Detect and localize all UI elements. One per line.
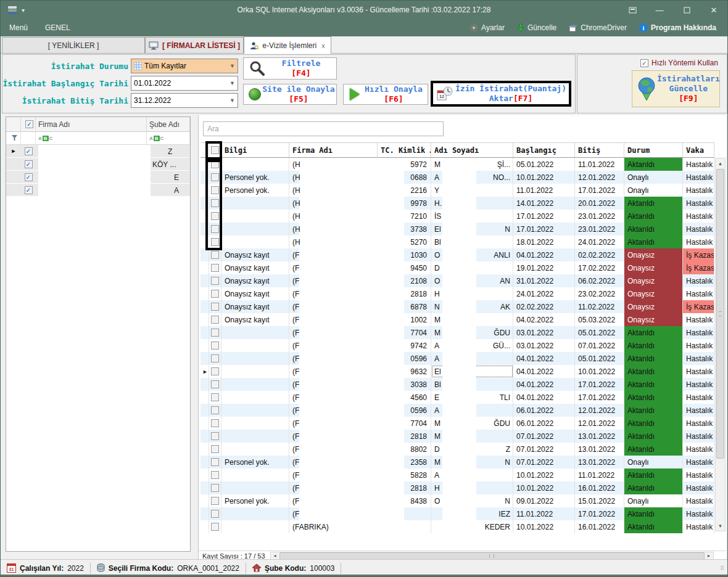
bitis-cell[interactable]: 20.01.2022 bbox=[575, 197, 624, 210]
bilgi-cell[interactable] bbox=[221, 417, 289, 430]
bitis-cell[interactable]: 05.01.2022 bbox=[575, 352, 624, 365]
bilgi-cell[interactable]: Onaysız kayıt bbox=[221, 300, 289, 313]
vaka-cell[interactable]: Hastalık bbox=[683, 520, 714, 533]
baslangic-cell[interactable]: 04.01.2022 bbox=[513, 352, 575, 365]
tab-close-icon[interactable]: x bbox=[321, 42, 325, 49]
bitis-cell[interactable]: 13.01.2022 bbox=[575, 456, 624, 469]
menu-chromedriver[interactable]: ChromeDriver bbox=[564, 23, 632, 32]
baslangic-cell[interactable]: 18.01.2022 bbox=[513, 235, 575, 248]
vertical-scrollbar-thumb[interactable] bbox=[716, 169, 724, 459]
row-checkbox[interactable] bbox=[211, 367, 219, 375]
baslangic-cell[interactable]: 10.01.2022 bbox=[513, 469, 575, 481]
durum-cell[interactable]: Onaysız bbox=[624, 274, 683, 287]
vaka-cell[interactable]: Hastalık bbox=[683, 235, 714, 248]
app-icon[interactable] bbox=[7, 5, 19, 15]
baslangic-cell[interactable]: 10.01.2022 bbox=[513, 520, 575, 533]
row-checkbox[interactable] bbox=[211, 329, 219, 337]
maximize-button[interactable] bbox=[673, 1, 700, 19]
bilgi-cell[interactable] bbox=[221, 365, 289, 378]
hizli-yontemi-kullan-checkbox[interactable]: ✓ Hızlı Yöntemi Kullan bbox=[640, 59, 718, 67]
bilgi-cell[interactable] bbox=[221, 158, 289, 171]
baslangic-cell[interactable]: 07.01.2022 bbox=[513, 430, 575, 443]
row-checkbox[interactable] bbox=[211, 432, 219, 440]
bitis-cell[interactable]: 23.01.2022 bbox=[575, 223, 624, 235]
baslangic-cell[interactable]: 04.02.2022 bbox=[513, 313, 575, 326]
vaka-cell[interactable]: Hastalık bbox=[683, 326, 714, 339]
bilgi-cell[interactable] bbox=[221, 326, 289, 339]
row-checkbox[interactable] bbox=[211, 354, 219, 362]
firm-col-firma-adi[interactable]: Firma Adı bbox=[36, 117, 147, 131]
baslangic-cell[interactable]: 07.01.2022 bbox=[513, 443, 575, 456]
header-bitis[interactable]: Bitiş bbox=[575, 143, 624, 157]
bilgi-cell[interactable] bbox=[221, 378, 289, 391]
durum-cell[interactable]: Aktarıldı bbox=[624, 365, 683, 378]
bilgi-cell[interactable] bbox=[221, 223, 289, 235]
durum-cell[interactable]: Aktarıldı bbox=[624, 404, 683, 417]
durum-cell[interactable]: Aktarıldı bbox=[624, 352, 683, 365]
vaka-cell[interactable]: Hastalık bbox=[683, 171, 714, 184]
bilgi-cell[interactable]: Personel yok. bbox=[221, 456, 289, 469]
vaka-cell[interactable]: Hastalık bbox=[683, 430, 714, 443]
header-baslangic[interactable]: Başlangıç bbox=[513, 143, 575, 157]
menu-genel[interactable]: GENEL bbox=[36, 23, 79, 32]
vaka-cell[interactable]: Hastalık bbox=[683, 391, 714, 404]
bilgi-cell[interactable]: Onaysız kayıt bbox=[221, 287, 289, 300]
baslangic-cell[interactable]: 14.01.2022 bbox=[513, 197, 575, 210]
baslangic-cell[interactable]: 06.01.2022 bbox=[513, 404, 575, 417]
durum-cell[interactable]: Onaysız bbox=[624, 261, 683, 274]
menu-menu[interactable]: Menü bbox=[1, 23, 36, 32]
bitis-cell[interactable]: 13.01.2022 bbox=[575, 430, 624, 443]
bitis-cell[interactable]: 12.01.2022 bbox=[575, 417, 624, 430]
durum-cell[interactable]: Onaylı bbox=[624, 494, 683, 507]
bilgi-cell[interactable] bbox=[221, 391, 289, 404]
header-adi-soyadi[interactable]: Adı Soyadı bbox=[431, 143, 513, 157]
branch-name-cell[interactable] bbox=[147, 171, 190, 183]
bilgi-cell[interactable] bbox=[221, 443, 289, 456]
row-checkbox[interactable] bbox=[211, 419, 219, 427]
durum-cell[interactable]: Aktarıldı bbox=[624, 158, 683, 171]
baslangic-cell[interactable]: 06.01.2022 bbox=[513, 417, 575, 430]
baslangic-cell[interactable]: 04.01.2022 bbox=[513, 391, 575, 404]
row-checkbox[interactable] bbox=[211, 523, 219, 531]
baslangic-cell[interactable]: 24.01.2022 bbox=[513, 287, 575, 300]
bitis-cell[interactable]: 17.01.2022 bbox=[575, 378, 624, 391]
durum-cell[interactable]: Onaysız bbox=[624, 313, 683, 326]
resize-grip[interactable]: ⠿ bbox=[720, 565, 725, 571]
firm-row-checkbox[interactable]: ✓ bbox=[25, 173, 33, 181]
vaka-cell[interactable]: Hastalık bbox=[683, 184, 714, 197]
row-checkbox[interactable] bbox=[211, 380, 219, 388]
scroll-up-icon[interactable]: ▲ bbox=[716, 158, 725, 168]
menu-ayarlar[interactable]: Ayarlar bbox=[465, 23, 510, 32]
row-checkbox[interactable] bbox=[211, 290, 219, 298]
durum-cell[interactable]: Aktarıldı bbox=[624, 223, 683, 235]
tab-yenilikler[interactable]: [ YENİLİKLER ] bbox=[2, 37, 145, 53]
vaka-cell[interactable]: Hastalık bbox=[683, 481, 714, 494]
tab-firmalar-listesi[interactable]: [ FİRMALAR LİSTESİ ] bbox=[145, 37, 244, 53]
row-checkbox[interactable] bbox=[211, 316, 219, 324]
row-checkbox[interactable] bbox=[211, 393, 219, 401]
vaka-cell[interactable]: Hastalık bbox=[683, 404, 714, 417]
firma-adi-filter-cell[interactable]: ABC bbox=[36, 132, 147, 144]
bitis-cell[interactable]: 12.01.2022 bbox=[575, 404, 624, 417]
bilgi-cell[interactable]: Onaysız kayıt bbox=[221, 261, 289, 274]
bitis-cell[interactable]: 16.01.2022 bbox=[575, 520, 624, 533]
bilgi-cell[interactable] bbox=[221, 352, 289, 365]
bitis-cell[interactable]: 05.03.2022 bbox=[575, 313, 624, 326]
vaka-cell[interactable]: Hastalık bbox=[683, 417, 714, 430]
row-checkbox[interactable] bbox=[211, 406, 219, 414]
baslangic-cell[interactable]: 05.01.2022 bbox=[513, 158, 575, 171]
filtrele-button[interactable]: Filtrele[F4] bbox=[243, 57, 337, 80]
firm-row-checkbox[interactable]: ✓ bbox=[25, 147, 33, 155]
baslangic-cell[interactable]: 10.01.2022 bbox=[513, 171, 575, 184]
branch-name-cell[interactable] bbox=[147, 184, 190, 196]
vaka-cell[interactable]: İş Kazası bbox=[683, 261, 714, 274]
header-tc-kimlik[interactable]: TC. Kimlik … bbox=[378, 143, 431, 157]
bilgi-cell[interactable] bbox=[221, 430, 289, 443]
baslangic-cell[interactable]: 07.01.2022 bbox=[513, 456, 575, 469]
row-checkbox[interactable] bbox=[211, 445, 219, 453]
pin-window-button[interactable] bbox=[619, 1, 646, 19]
vaka-cell[interactable]: Hastalık bbox=[683, 469, 714, 481]
durum-cell[interactable]: Aktarıldı bbox=[624, 391, 683, 404]
baslangic-cell[interactable]: 11.01.2022 bbox=[513, 507, 575, 520]
hizli-onayla-button[interactable]: Hızlı Onayla[F6] bbox=[343, 84, 428, 105]
